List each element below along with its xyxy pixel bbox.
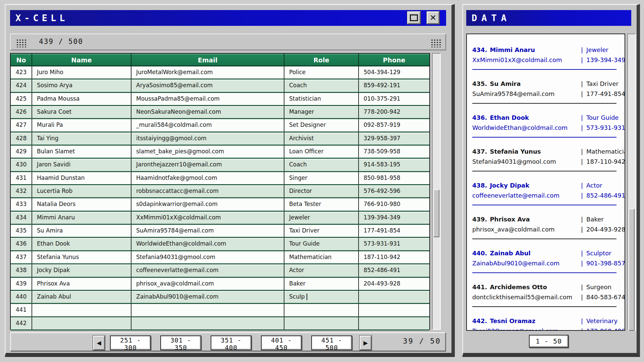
cell-phone[interactable]: 204-493-928 <box>359 278 429 290</box>
cell-role[interactable]: Actor <box>284 264 359 276</box>
cell-email[interactable]: MoussaPadma85@email.com <box>131 93 284 105</box>
cell-no[interactable]: 427 <box>11 119 32 131</box>
cell-no[interactable]: 442 <box>11 317 32 329</box>
cell-no[interactable]: 438 <box>11 264 32 276</box>
page-range-button[interactable]: 251 - 300 <box>110 335 151 350</box>
cell-phone[interactable]: 187-110-942 <box>359 251 429 263</box>
cell-role[interactable]: Archivist <box>284 133 359 145</box>
cell-phone[interactable]: 850-981-958 <box>359 172 429 184</box>
cell-name[interactable]: Stefania Yunus <box>32 251 131 263</box>
cell-phone[interactable]: 738-509-958 <box>359 146 429 158</box>
cell-name[interactable]: Bulan Slamet <box>32 146 131 158</box>
cell-role[interactable]: Singer <box>284 172 359 184</box>
cell-name[interactable]: Mimmi Anaru <box>32 212 131 224</box>
xcell-scrollbar-thumb[interactable] <box>433 190 439 237</box>
xcell-scrollbar-track[interactable] <box>432 53 441 330</box>
cell-role[interactable] <box>284 317 359 329</box>
cell-no[interactable]: 424 <box>11 80 32 92</box>
cell-phone[interactable]: 177-491-854 <box>359 225 429 237</box>
cell-email[interactable]: _murali584@coldmail.com <box>131 119 284 131</box>
cell-no[interactable]: 433 <box>11 198 32 210</box>
cell-phone[interactable]: 329-958-397 <box>359 133 429 145</box>
cell-name[interactable]: Jocky Dipak <box>32 264 131 276</box>
cell-email[interactable]: JuroMetalWork@email.com <box>131 66 284 79</box>
cell-no[interactable]: 429 <box>11 146 32 158</box>
next-page-button[interactable]: ▶ <box>360 335 372 350</box>
page-range-button[interactable]: 451 - 500 <box>311 335 352 350</box>
cell-no[interactable]: 440 <box>11 291 32 303</box>
cell-name[interactable]: Tai Ying <box>32 133 131 145</box>
cell-role[interactable]: Tour Guide <box>284 238 359 250</box>
cell-name[interactable]: Haamid Dunstan <box>32 172 131 184</box>
cell-name[interactable]: Natalia Deors <box>32 198 131 210</box>
cell-name[interactable]: Phrisox Ava <box>32 278 131 290</box>
cell-phone[interactable]: 766-910-980 <box>359 198 429 210</box>
cell-role[interactable]: Police <box>284 66 359 79</box>
cell-phone[interactable]: 576-492-596 <box>359 185 429 197</box>
cell-role[interactable]: Taxi Driver <box>284 225 359 237</box>
cell-no[interactable]: 436 <box>11 238 32 250</box>
data-scrollbar-thumb[interactable] <box>629 209 635 331</box>
cell-phone[interactable]: 139-394-349 <box>359 212 429 224</box>
cell-no[interactable]: 428 <box>11 133 32 145</box>
cell-email[interactable]: ZainabAbul9010@email.com <box>131 291 284 303</box>
cell-email[interactable]: s0dapinkwarrior@email.com <box>131 198 284 210</box>
cell-no[interactable]: 441 <box>11 304 32 316</box>
data-page-button[interactable]: 1 - 50 <box>529 335 569 348</box>
cell-name[interactable]: Murali Pa <box>32 119 131 131</box>
cell-name[interactable]: Zainab Abul <box>32 291 131 303</box>
cell-name[interactable] <box>32 304 131 316</box>
cell-no[interactable]: 439 <box>11 278 32 290</box>
cell-phone[interactable]: 914-583-195 <box>359 159 429 171</box>
cell-role[interactable]: Set Designer <box>284 119 359 131</box>
cell-email[interactable] <box>131 304 284 316</box>
cell-email[interactable] <box>131 317 284 329</box>
cell-name[interactable] <box>32 317 131 329</box>
close-button[interactable]: ✕ <box>427 11 439 24</box>
cell-email[interactable]: coffeeneverlatte@email.com <box>131 264 284 276</box>
page-range-button[interactable]: 301 - 350 <box>160 335 201 350</box>
cell-no[interactable]: 432 <box>11 185 32 197</box>
cell-email[interactable]: phrisox_ava@coldmail.com <box>131 278 284 290</box>
cell-name[interactable]: Jaron Savidi <box>32 159 131 171</box>
cell-name[interactable]: Juro Miho <box>32 66 131 79</box>
cell-role[interactable]: Manager <box>284 106 359 118</box>
cell-no[interactable]: 426 <box>11 106 32 118</box>
cell-phone[interactable]: 092-857-919 <box>359 119 429 131</box>
cell-no[interactable]: 430 <box>11 159 32 171</box>
cell-phone[interactable] <box>359 317 429 329</box>
cell-email[interactable]: itsstaiyingg@gmool.com <box>131 133 284 145</box>
cell-name[interactable]: Sosimo Arya <box>32 80 131 92</box>
page-range-button[interactable]: 401 - 450 <box>261 335 302 350</box>
cell-email[interactable]: robbsnaccattacc@email.com <box>131 185 284 197</box>
cell-email[interactable]: NeonSakuraNeon@email.com <box>131 106 284 118</box>
cell-name[interactable]: Ethan Dook <box>32 238 131 250</box>
cell-phone[interactable]: 778-200-942 <box>359 106 429 118</box>
cell-email[interactable]: SuAmira95784@email.com <box>131 225 284 237</box>
cell-phone[interactable]: 859-492-191 <box>359 80 429 92</box>
cell-no[interactable]: 437 <box>11 251 32 263</box>
cell-no[interactable]: 423 <box>11 66 32 79</box>
maximize-button[interactable] <box>407 11 421 24</box>
cell-phone[interactable]: 573-931-931 <box>359 238 429 250</box>
cell-role[interactable]: Coach <box>284 159 359 171</box>
cell-name[interactable]: Lucertia Rob <box>32 185 131 197</box>
grid-dots-icon-right[interactable] <box>430 38 441 47</box>
cell-no[interactable]: 431 <box>11 172 32 184</box>
cell-role[interactable]: Jeweler <box>284 212 359 224</box>
cell-no[interactable]: 434 <box>11 212 32 224</box>
cell-email[interactable]: Haamidnotfake@gmool.com <box>131 172 284 184</box>
cell-role[interactable] <box>284 304 359 316</box>
cell-email[interactable]: Jaronthejazzerr10@email.com <box>131 159 284 171</box>
cell-no[interactable]: 425 <box>11 93 32 105</box>
cell-email[interactable]: WorldwideEthan@coldmail.com <box>131 238 284 250</box>
cell-name[interactable]: Su Amira <box>32 225 131 237</box>
cell-role[interactable]: Statistician <box>284 93 359 105</box>
grid-dots-icon-left[interactable] <box>15 38 27 47</box>
cell-phone[interactable]: 504-394-129 <box>359 66 429 79</box>
cell-phone[interactable] <box>359 304 429 316</box>
cell-phone[interactable]: 852-486-491 <box>359 264 429 276</box>
cell-phone[interactable]: 010-375-291 <box>359 93 429 105</box>
cell-email[interactable]: AryaSosimo85@email.com <box>131 80 284 92</box>
cell-role[interactable]: Loan Officer <box>284 146 359 158</box>
